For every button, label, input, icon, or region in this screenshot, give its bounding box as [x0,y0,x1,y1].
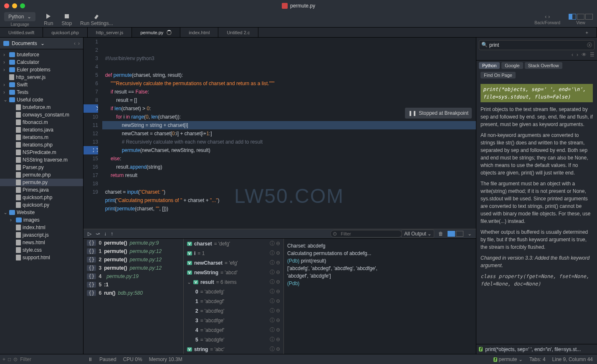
variable-row[interactable]: V string = 'abc'ⓘ ⊖ [184,344,283,354]
file-item[interactable]: fibonacci.m [0,119,83,126]
line-gutter[interactable]: 12345678910111213141516171819 [83,38,102,229]
stack-frame[interactable]: {} 5 :1 [83,281,183,289]
folder-item[interactable]: ›Swift [0,81,83,88]
pause-icon[interactable]: ⏸ [88,356,93,362]
find-on-page-button[interactable]: Find On Page [481,72,516,78]
folder-item[interactable]: ⌄Website [0,209,83,216]
editor-tab[interactable]: index.html [180,28,218,37]
status-tabs[interactable]: Tabs: 4 [529,356,546,362]
file-item[interactable]: permute.php [0,171,83,179]
file-item[interactable]: permute.py [0,179,83,186]
variable-row[interactable]: 4 = 'abcdgef'ⓘ ⊖ [184,325,283,335]
item-label: permute.py [23,179,48,185]
stack-frame[interactable]: {} 1 permute() permute.py:12 [83,247,183,255]
variable-row[interactable]: V i = 1ⓘ ⊖ [184,248,283,258]
stack-frame[interactable]: {} 0 permute() permute.py:9 [83,239,183,247]
stack-frame[interactable]: {} 4 permute.py:19 [83,272,183,281]
debug-layout-buttons[interactable] [448,231,463,237]
trash-icon[interactable]: 🗑 [438,231,443,237]
debug-filter-input[interactable] [330,230,402,238]
continue-icon[interactable]: ▷ [88,231,91,237]
call-stack[interactable]: {} 0 permute() permute.py:9{} 1 permute(… [83,239,184,354]
add-icon[interactable]: + [3,356,5,362]
variables-panel[interactable]: V charset = 'defg'ⓘ ⊖V i = 1ⓘ ⊖V newChar… [184,239,284,354]
file-item[interactable]: javascript.js [0,231,83,239]
item-label: iterations.java [23,127,53,133]
file-item[interactable]: quicksort.php [0,194,83,201]
file-item[interactable]: conways_constant.m [0,111,83,119]
file-item[interactable]: bruteforce.m [0,104,83,111]
back-button[interactable]: ‹ [545,14,546,20]
file-item[interactable]: Primes.java [0,186,83,194]
variable-row[interactable]: ⌄ V result = 6 itemsⓘ ⊖ [184,277,283,287]
doc-search-input[interactable] [479,40,594,50]
run-button[interactable]: Run [44,13,53,26]
folder-item[interactable]: ›bruteforce [0,51,83,58]
code-content[interactable]: #!/usr/bin/env python3 def permute(chars… [102,38,476,229]
stack-frame[interactable]: {} 6 run() bdb.py:580 [83,289,183,297]
doc-source-tab[interactable]: Stack Overflow [525,62,562,69]
remove-icon[interactable]: □ [8,356,11,362]
file-item[interactable]: index.html [0,224,83,231]
file-item[interactable]: news.html [0,239,83,246]
forward-button[interactable]: › [548,14,550,20]
view-label: View [576,20,585,25]
variable-row[interactable]: 2 = 'abcdfeg'ⓘ ⊖ [184,306,283,316]
maximize-window[interactable] [20,3,25,8]
stack-frame[interactable]: {} 2 permute() permute.py:12 [83,255,183,264]
file-item[interactable]: support.html [0,254,83,261]
file-item[interactable]: quicksort.py [0,201,83,209]
nav-back-icon[interactable]: ‹ [74,40,76,46]
variable-row[interactable]: 5 = 'abcdgfe'ⓘ ⊖ [184,335,283,344]
close-window[interactable] [4,3,9,8]
folder-item[interactable]: ›Calculator [0,58,83,66]
variable-row[interactable]: 1 = 'abcdegf'ⓘ ⊖ [184,296,283,306]
file-item[interactable]: http_server.js [0,73,83,81]
step-out-icon[interactable]: ↑ [111,231,113,237]
output-selector[interactable]: All Output ⌄ [401,230,434,238]
file-item[interactable]: NSPredicate.m [0,149,83,156]
next-result-icon[interactable]: › [577,52,578,58]
editor-tab[interactable]: Untitled.swift [0,28,43,37]
folder-item[interactable]: ›images [0,216,83,224]
doc-source-tab[interactable]: Python [479,62,500,69]
step-over-icon[interactable]: ⤻ [96,231,100,237]
editor-tab[interactable]: Untitled 2.c [218,28,258,37]
list-icon[interactable]: ☰ [590,52,594,58]
file-item[interactable]: iterations.java [0,126,83,134]
variable-row[interactable]: V newString = 'abcd'ⓘ ⊖ [184,268,283,277]
doc-source-tab[interactable]: Google [501,62,523,69]
file-item[interactable]: iterations.m [0,134,83,141]
view-layout-buttons[interactable] [569,14,593,20]
chevron-down-icon[interactable]: ⌄ [468,231,472,237]
language-selector[interactable]: Python ⌄ [4,12,35,21]
step-into-icon[interactable]: ↓ [104,231,106,237]
run-settings-button[interactable]: Run Settings... [80,13,113,26]
prev-result-icon[interactable]: ‹ [572,52,573,58]
code-editor[interactable]: 12345678910111213141516171819 #!/usr/bin… [83,38,476,229]
minimize-window[interactable] [12,3,17,8]
variable-row[interactable]: V newCharset = 'efg'ⓘ ⊖ [184,258,283,268]
stop-button[interactable]: Stop [61,13,72,26]
stack-frame[interactable]: {} 3 permute() permute.py:12 [83,264,183,272]
file-item[interactable]: iterations.php [0,141,83,149]
file-item[interactable]: Parser.py [0,164,83,171]
eye-icon[interactable]: 👁 [582,52,587,58]
variable-row[interactable]: V charset = 'defg'ⓘ ⊖ [184,239,283,248]
editor-tab[interactable]: permute.py [132,28,180,37]
editor-tab[interactable]: quicksort.php [43,28,87,37]
folder-item[interactable]: ⌄Useful code [0,96,83,104]
folder-item[interactable]: ›Euler problems [0,66,83,73]
sidebar-filter-input[interactable] [20,356,83,362]
folder-item[interactable]: ›Tests [0,88,83,96]
sidebar-header[interactable]: Documents ⌄ ‹ › [0,38,83,49]
file-item[interactable]: style.css [0,246,83,254]
variable-row[interactable]: 3 = 'abcdfge'ⓘ ⊖ [184,316,283,325]
nav-forward-icon[interactable]: › [78,40,80,46]
editor-tab[interactable]: http_server.js [88,28,132,37]
variable-row[interactable]: 0 = 'abcdefg'ⓘ ⊖ [184,287,283,296]
new-tab-button[interactable]: + [577,28,597,37]
clear-icon[interactable]: ⓧ [587,42,592,49]
debug-console[interactable]: Charset: abcdefgCalculating permutations… [284,239,476,354]
file-item[interactable]: NSString traverse.m [0,156,83,164]
